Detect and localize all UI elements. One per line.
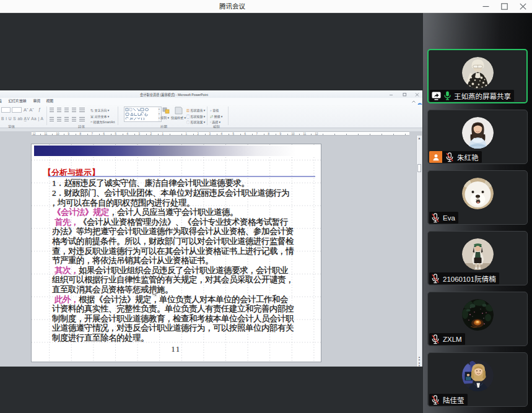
align-buttons[interactable]	[50, 117, 85, 121]
participant-tile-4[interactable]: 21060101阮倩楠	[427, 231, 528, 285]
mic-muted-indicator	[445, 152, 454, 162]
participant-avatar	[462, 117, 494, 149]
mic-muted-icon	[431, 213, 440, 223]
host-badge	[429, 151, 442, 163]
quick-styles-icon[interactable]	[174, 107, 183, 115]
ppt-minimize-icon[interactable]	[389, 93, 393, 96]
participant-name: 21060101阮倩楠	[443, 274, 496, 284]
ruler-tick	[87, 134, 88, 135]
shape-fill-button[interactable]: ▨ 形状填充 ▾	[186, 108, 205, 112]
ruler-tick	[299, 134, 300, 135]
participant-tile-5[interactable]: ZXLM	[427, 292, 528, 346]
list-buttons[interactable]	[50, 108, 85, 112]
slide-text-line: 业道德遵守情况，对违反会计职业道德行为，可以按照单位内部有关	[52, 324, 294, 333]
participant-avatar	[462, 57, 494, 89]
replace-button[interactable]: ⇄ 替换 ▾	[210, 114, 222, 118]
slide-text-line: 节严重的，将依法吊销其会计从业资格证书。	[52, 256, 213, 265]
close-button[interactable]	[513, 0, 532, 12]
shapes-gallery-scroll[interactable]: ▴▾▾	[158, 107, 162, 122]
arrange-button[interactable]: 排列 ▾	[160, 115, 169, 120]
ruler-tick	[264, 134, 264, 135]
slide-text-line: 制度进行直至除名的处理。	[52, 334, 149, 342]
align-text-button[interactable]: ▣ 对齐文本 ▾	[90, 114, 109, 118]
slide-text-line: 此外，根据《会计法》规定，单位负责人对本单位的会计工作和会	[55, 295, 288, 304]
participants-sidebar: 王如燕的屏幕共享 朱红艳 Eva	[423, 13, 532, 413]
ruler-tick	[229, 134, 229, 135]
ruler-tick	[323, 134, 323, 135]
ribbon-separator	[228, 107, 229, 125]
ppt-tab-view[interactable]: 视图	[46, 98, 54, 105]
participant-avatar	[462, 238, 494, 270]
participant-name: 王如燕的屏幕共享	[454, 91, 511, 101]
ruler-tick	[287, 134, 288, 135]
ppt-menubar: 画 幻灯片放映 审阅 视图 ?	[0, 98, 422, 105]
mic-muted-icon	[431, 395, 440, 405]
participant-name: Eva	[443, 214, 455, 222]
ruler-tick	[64, 134, 64, 135]
participant-avatar	[462, 299, 494, 331]
slide-body-text: 1．赵丽违反了诚实守信、廉洁自律会计职业道德要求。2．财政部门、会计职业团体、本…	[32, 144, 321, 362]
text-direction-button[interactable]: ⇅ 文字方向 ▾	[90, 108, 109, 112]
minimize-icon	[482, 3, 489, 10]
participant-avatar	[462, 360, 494, 391]
slide-text-line: 查，对违反职业道德行为可以在其会计从业资格证书上进行记载，情	[52, 247, 294, 256]
ribbon-separator	[46, 107, 47, 125]
ppt-window-title: 会计职业道德 [兼容模式] - Microsoft PowerPoint	[0, 92, 348, 97]
ppt-tab-animation[interactable]: 画	[0, 98, 2, 105]
font-grow-shrink-buttons[interactable]: Aˇ Aˇ	[24, 107, 34, 113]
participant-tile-3[interactable]: Eva	[427, 170, 528, 225]
scrollbar-thumb[interactable]	[417, 164, 421, 172]
ruler-tick	[134, 134, 135, 135]
ruler-tick	[240, 134, 241, 135]
ruler-tick	[76, 134, 76, 135]
slide-text-line: ，均可以在各自的职权范围内进行处理。	[50, 199, 194, 207]
participant-tile-2[interactable]: 朱红艳	[427, 110, 528, 164]
maximize-button[interactable]	[495, 0, 513, 12]
shapes-gallery[interactable]	[124, 107, 159, 122]
ppt-slide: 【分析与提示】 1．赵丽违反了诚实守信、廉洁自律会计职业道德要求。2．财政部门、…	[32, 144, 321, 362]
ruler-tick	[217, 134, 217, 135]
font-name-dropdown[interactable]	[1, 107, 11, 113]
ruler-tick	[111, 134, 111, 135]
arrange-icon[interactable]	[162, 107, 170, 115]
minimize-button[interactable]	[476, 0, 495, 12]
ppt-close-icon[interactable]	[415, 92, 419, 97]
shape-effects-button[interactable]: ◯ 形状效果 ▾	[186, 120, 205, 124]
ruler-tick	[358, 134, 359, 135]
ruler-tick	[382, 134, 382, 135]
slide-text-line: 1．赵丽违反了诚实守信、廉洁自律会计职业道德要求。	[52, 179, 249, 188]
scroll-up-icon[interactable]: ▲	[417, 136, 422, 140]
find-button[interactable]: ⌕ 查找	[210, 108, 219, 113]
ruler-tick	[40, 134, 41, 135]
powerpoint-window: 会计职业道德 [兼容模式] - Microsoft PowerPoint 画 幻…	[0, 90, 422, 367]
font-style-buttons[interactable]: B I U S ab A̲V Aa | A	[1, 116, 43, 121]
mic-muted-icon	[431, 274, 440, 284]
ppt-tab-slideshow[interactable]: 幻灯片放映	[9, 98, 27, 105]
ppt-titlebar: 会计职业道德 [兼容模式] - Microsoft PowerPoint	[0, 90, 422, 98]
mic-muted-indicator	[431, 395, 440, 405]
slide-text-line: 其次，如果会计职业组织会员违反了会计职业道德要求，会计职业	[55, 266, 288, 275]
mic-muted-icon	[445, 152, 454, 162]
ruler-tick	[146, 134, 147, 135]
previous-slide-icon[interactable]: ▲▲	[417, 356, 422, 361]
slide-text-line: 2．财政部门、会计职业团体、本单位对赵丽违反会计职业道德行为	[52, 189, 289, 198]
participant-name: 陆佳莹	[443, 395, 464, 405]
participant-namebar: 21060101阮倩楠	[429, 272, 499, 284]
ruler-tick	[99, 134, 100, 135]
shape-outline-button[interactable]: ▢ 形状轮廓 ▾	[186, 114, 205, 118]
convert-smartart-button[interactable]: ⰴ 转换为SmartArt	[90, 120, 115, 124]
ruler-tick	[205, 134, 206, 135]
ppt-restore-icon[interactable]	[403, 92, 407, 97]
clear-format-button[interactable]: ƒ	[38, 107, 41, 111]
ppt-tab-review[interactable]: 审阅	[33, 98, 41, 105]
quick-styles-button[interactable]: 快速样式 ▾	[171, 115, 186, 120]
font-size-dropdown[interactable]	[12, 107, 22, 113]
participant-tile-1[interactable]: 王如燕的屏幕共享	[427, 49, 528, 103]
ppt-vertical-scrollbar[interactable]: ▲ ▲▲ ▼▼	[416, 136, 422, 367]
select-button[interactable]: ▫ 选择 ▾	[210, 120, 220, 124]
ppt-collapse-ribbon-icon[interactable]	[411, 100, 416, 104]
ruler-tick	[393, 134, 394, 135]
participant-tile-6[interactable]: 陆佳莹	[427, 352, 528, 407]
next-slide-icon[interactable]: ▼▼	[417, 362, 422, 367]
ribbon-separator	[118, 107, 118, 125]
